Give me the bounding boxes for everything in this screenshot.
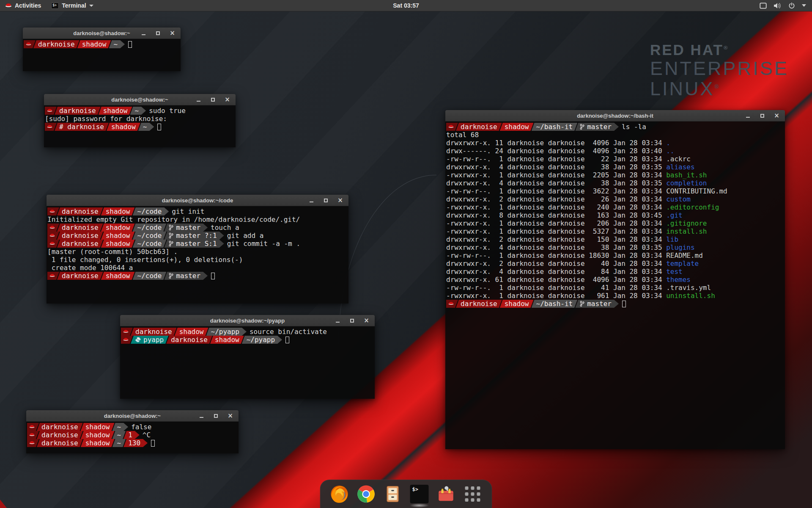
segment-text: master xyxy=(587,123,612,131)
terminal-line: [master (root-commit) 50bcb63] . xyxy=(47,248,348,256)
activities-button[interactable]: Activities xyxy=(0,0,46,11)
terminal-cursor xyxy=(157,124,161,130)
window-titlebar[interactable]: darknoise@shadow:~/bash-it × xyxy=(445,110,785,121)
clock[interactable]: Sat 03:57 xyxy=(393,2,419,9)
segment-text: shadow xyxy=(111,123,136,131)
terminal-text: -rwxrwxr-x. 1 darknoise darknoise 5327 J… xyxy=(446,227,666,235)
terminal-line: -rw-rw-r--. 1 darknoise darknoise 41 Jan… xyxy=(446,284,784,292)
terminal-text: -rwxrwxr-x. 1 darknoise darknoise 2205 J… xyxy=(446,171,666,179)
segment-text: ~/code xyxy=(137,224,162,232)
power-icon[interactable] xyxy=(788,3,795,9)
redhat-icon xyxy=(49,273,55,278)
window-title: darknoise@shadow:~/code xyxy=(47,197,348,204)
prompt-segment-user: darknoise xyxy=(55,107,101,115)
terminal-body[interactable]: darknoiseshadow~sudo true[sudo] password… xyxy=(44,105,236,147)
prompt-segment-icon xyxy=(27,431,39,439)
segment-text: ~/bash-it xyxy=(536,123,573,131)
segment-text: shadow xyxy=(106,207,130,215)
window-titlebar[interactable]: darknoise@shadow:~/pyapp × xyxy=(120,315,375,326)
prompt-command: sudo true xyxy=(149,107,186,115)
minimize-button[interactable] xyxy=(745,113,751,119)
git-branch-icon xyxy=(580,124,584,130)
volume-icon[interactable] xyxy=(774,3,782,9)
terminal-body[interactable]: darknoiseshadow~/bash-itmasterls -latota… xyxy=(445,121,785,449)
close-button[interactable]: × xyxy=(225,97,230,102)
segment-text: shadow xyxy=(179,328,204,336)
terminal-body[interactable]: darknoiseshadow~/codegit initInitialized… xyxy=(47,206,348,304)
dock-item-app-grid[interactable] xyxy=(463,484,483,504)
segment-text: ~/code xyxy=(137,240,162,248)
terminal-text: drwxrwxr-x. 2 darknoise darknoise 26 Jan… xyxy=(446,195,666,203)
window-titlebar[interactable]: darknoise@shadow:~ × xyxy=(23,28,181,39)
prompt-segment-icon xyxy=(47,232,59,240)
system-status-area[interactable] xyxy=(760,0,812,11)
prompt-segment-host: shadow xyxy=(101,207,135,215)
dock-item-files[interactable] xyxy=(383,484,403,504)
segment-text: pyapp xyxy=(143,336,164,344)
maximize-button[interactable] xyxy=(323,198,329,203)
terminal-window-home-2: darknoise@shadow:~ × darknoiseshadow~fal… xyxy=(26,410,239,453)
close-button[interactable]: × xyxy=(774,113,779,119)
display-icon[interactable] xyxy=(760,3,767,9)
segment-text: ~ xyxy=(117,431,121,439)
close-button[interactable]: × xyxy=(364,318,369,323)
dock-item-firefox[interactable] xyxy=(330,484,349,504)
terminal-text: -rw-rw-r--. 1 darknoise darknoise 22 Jan… xyxy=(446,155,666,163)
maximize-button[interactable] xyxy=(349,318,355,323)
terminal-line: -rw-rw-r--. 1 darknoise darknoise 22 Jan… xyxy=(446,155,784,163)
segment-text: darknoise xyxy=(62,207,99,215)
prompt-segment-path: ~/pyapp xyxy=(242,336,282,344)
close-button[interactable]: × xyxy=(228,413,233,419)
dock-item-chrome[interactable] xyxy=(357,484,376,504)
terminal-body[interactable]: darknoiseshadow~ xyxy=(23,39,181,71)
terminal-line: -rwxrwxr-x. 1 darknoise darknoise 2205 J… xyxy=(446,171,784,179)
prompt-segment-host: shadow xyxy=(101,240,135,248)
prompt-segment-host: shadow xyxy=(101,232,135,240)
dock-item-toolbox[interactable] xyxy=(436,484,456,504)
maximize-button[interactable] xyxy=(760,113,765,119)
minimize-button[interactable] xyxy=(141,30,146,36)
close-button[interactable]: × xyxy=(170,30,175,36)
prompt-command: ^C xyxy=(143,431,151,439)
terminal-line: darknoiseshadow~1^C xyxy=(27,431,238,439)
prompt-segment-icon xyxy=(47,224,59,232)
minimize-button[interactable] xyxy=(335,318,340,323)
prompt-segment-icon xyxy=(121,336,133,344)
redhat-icon xyxy=(47,124,52,129)
maximize-button[interactable] xyxy=(213,413,219,419)
terminal-body[interactable]: darknoiseshadow~falsedarknoiseshadow~1^C… xyxy=(26,422,239,453)
dock-item-terminal[interactable]: $> xyxy=(410,484,429,504)
window-titlebar[interactable]: darknoise@shadow:~ × xyxy=(26,410,239,422)
segment-text: ~/code xyxy=(137,207,162,215)
prompt-segment-path: ~/code xyxy=(133,224,167,232)
maximize-button[interactable] xyxy=(210,97,216,102)
minimize-button[interactable] xyxy=(309,198,314,203)
minimize-button[interactable] xyxy=(196,97,201,102)
prompt-segment-user: darknoise xyxy=(456,123,502,131)
app-menu-terminal[interactable]: $> Terminal xyxy=(46,0,98,11)
redhat-icon xyxy=(49,209,55,214)
segment-text: ~/bash-it xyxy=(536,300,573,308)
prompt-segment-path: ~/code xyxy=(133,272,167,280)
window-titlebar[interactable]: darknoise@shadow:~ × xyxy=(44,94,236,105)
close-button[interactable]: × xyxy=(337,198,343,203)
maximize-button[interactable] xyxy=(155,30,161,36)
window-titlebar[interactable]: darknoise@shadow:~/code × xyxy=(47,195,348,206)
terminal-text: .ackrc xyxy=(666,155,691,163)
prompt-segment-path: ~/bash-it xyxy=(532,300,578,308)
redhat-icon xyxy=(29,441,35,445)
terminal-icon: $> xyxy=(51,3,59,9)
prompt-command: git add a xyxy=(227,232,264,240)
minimize-button[interactable] xyxy=(199,413,204,419)
segment-text: darknoise xyxy=(62,272,99,280)
chevron-down-icon[interactable] xyxy=(802,4,806,7)
prompt-segment-icon xyxy=(446,300,458,308)
terminal-body[interactable]: darknoiseshadow~/pyappsource bin/activat… xyxy=(120,326,375,399)
terminal-line: darknoiseshadow~/codemastertouch a xyxy=(47,224,348,232)
prompt-segment-user: darknoise xyxy=(57,272,103,280)
terminal-text: drwxrwxr-x. 4 darknoise darknoise 84 Jan… xyxy=(446,268,666,276)
top-bar: Activities $> Terminal Sat 03:57 xyxy=(0,0,812,11)
prompt-segment-user: darknoise xyxy=(456,300,502,308)
terminal-cursor xyxy=(151,440,155,447)
terminal-line: drwxrwxr-x. 4 darknoise darknoise 38 Jan… xyxy=(446,179,784,187)
